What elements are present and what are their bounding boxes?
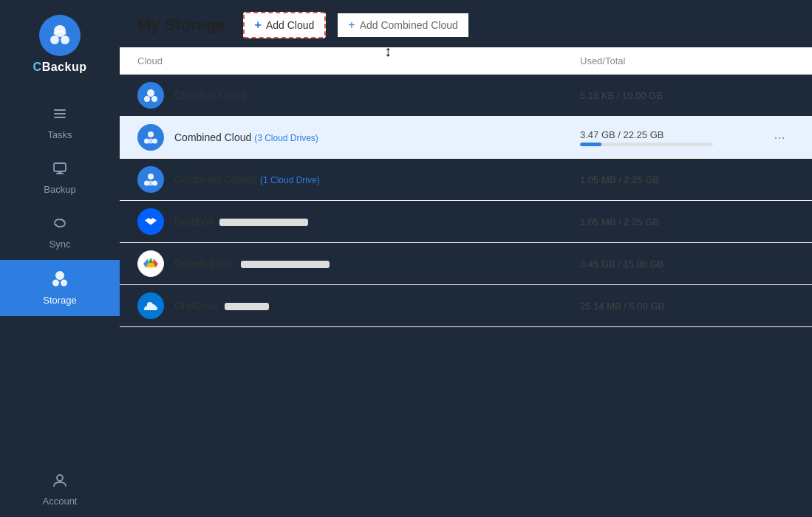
onedrive-icon bbox=[137, 292, 164, 319]
sidebar-item-sync-label: Sync bbox=[50, 239, 71, 250]
usage-text: 3.47 GB / 22.25 GB bbox=[580, 129, 765, 140]
cloud-info: Combined Cloud2 (1 Cloud Drive) bbox=[137, 166, 580, 193]
tasks-icon bbox=[52, 106, 67, 125]
nav-items: Tasks Backup bbox=[0, 96, 120, 517]
more-options-button[interactable]: ··· bbox=[765, 127, 794, 148]
usage-col: 3.47 GB / 22.25 GB bbox=[580, 129, 765, 146]
usage-bar-bg bbox=[580, 143, 713, 146]
cloud-name: Dropbox bbox=[174, 216, 214, 227]
cloud-sub: (3 Cloud Drives) bbox=[254, 133, 318, 143]
svg-point-21 bbox=[149, 139, 154, 144]
page-title: My Storage bbox=[137, 16, 225, 35]
add-cloud-button[interactable]: + Add Cloud bbox=[243, 12, 327, 38]
usage-col: 25.14 MB / 5.00 GB bbox=[580, 301, 765, 312]
usage-text: 3.45 GB / 15.00 GB bbox=[580, 258, 765, 270]
table-row[interactable]: Dropbox 1.05 MB / 2.25 GB bbox=[120, 201, 812, 243]
svg-rect-5 bbox=[54, 117, 66, 118]
sidebar-item-backup[interactable]: Backup bbox=[0, 151, 120, 205]
sidebar-item-sync[interactable]: Sync bbox=[0, 205, 120, 260]
add-cloud-plus-icon: + bbox=[255, 18, 262, 32]
table-row[interactable]: Combined Cloud2 (1 Cloud Drive) 1.05 MB … bbox=[120, 159, 812, 201]
sidebar-item-storage-label: Storage bbox=[43, 295, 77, 306]
cloud-name: Combined Cloud bbox=[174, 131, 254, 143]
sync-icon bbox=[52, 216, 67, 234]
usage-text: 1.05 MB / 2.25 GB bbox=[580, 216, 765, 227]
app-logo-icon bbox=[39, 15, 81, 56]
cloud-name: CBackup Cloud bbox=[174, 89, 246, 101]
sidebar-item-backup-label: Backup bbox=[44, 184, 75, 195]
svg-point-2 bbox=[61, 35, 69, 44]
cbackup-cloud-icon bbox=[137, 82, 164, 109]
sidebar-item-tasks[interactable]: Tasks bbox=[0, 96, 120, 151]
dropbox-icon bbox=[137, 208, 164, 235]
add-combined-label: Add Combined Cloud bbox=[360, 19, 458, 31]
cloud-account-masked bbox=[241, 261, 330, 268]
table-row[interactable]: Google Drive 3.45 GB / 15.00 GB bbox=[120, 243, 812, 285]
storage-table: Cloud Used/Total CBackup Cloud bbox=[120, 48, 812, 517]
svg-point-17 bbox=[151, 96, 157, 102]
svg-point-15 bbox=[147, 89, 154, 97]
cloud-name: OneDrive bbox=[174, 300, 218, 312]
cloud-info: Dropbox bbox=[137, 208, 580, 235]
backup-icon bbox=[52, 161, 67, 179]
cloud-sub: (1 Cloud Drive) bbox=[260, 175, 320, 185]
page-header: My Storage + Add Cloud + Add Combined Cl… bbox=[120, 0, 812, 48]
combined-cloud2-icon bbox=[137, 166, 164, 193]
svg-rect-8 bbox=[58, 171, 61, 173]
usage-text: 5.16 KB / 10.00 GB bbox=[580, 90, 765, 101]
svg-point-12 bbox=[52, 280, 59, 287]
combined-cloud-icon bbox=[137, 124, 164, 151]
usage-col: 1.05 MB / 2.25 GB bbox=[580, 174, 765, 185]
googledrive-icon bbox=[137, 250, 164, 277]
svg-point-13 bbox=[61, 280, 67, 287]
add-cloud-label: Add Cloud bbox=[266, 19, 314, 31]
add-combined-plus-icon: + bbox=[348, 18, 355, 32]
svg-point-11 bbox=[55, 271, 64, 280]
svg-point-14 bbox=[57, 475, 63, 481]
table-row[interactable]: OneDrive 25.14 MB / 5.00 GB bbox=[120, 285, 812, 327]
svg-rect-6 bbox=[54, 163, 66, 171]
cloud-name: Combined Cloud2 bbox=[174, 174, 260, 185]
storage-icon bbox=[52, 270, 68, 290]
table-row[interactable]: Combined Cloud (3 Cloud Drives) 3.47 GB … bbox=[120, 117, 812, 159]
logo-area: CBackup bbox=[33, 15, 87, 74]
cloud-info: OneDrive bbox=[137, 292, 580, 319]
table-header-row: Cloud Used/Total bbox=[120, 48, 812, 75]
usage-text: 25.14 MB / 5.00 GB bbox=[580, 301, 765, 312]
svg-point-1 bbox=[50, 35, 59, 44]
sidebar-item-account[interactable]: Account bbox=[0, 462, 120, 517]
svg-point-18 bbox=[148, 131, 154, 137]
backup-svg bbox=[52, 161, 67, 176]
usage-col: 1.05 MB / 2.25 GB bbox=[580, 216, 765, 227]
cloud-account-masked bbox=[219, 219, 308, 226]
cloud-name: Google Drive bbox=[174, 258, 235, 270]
svg-point-16 bbox=[144, 96, 150, 102]
usage-col: 3.45 GB / 15.00 GB bbox=[580, 258, 765, 270]
cloud-info: CBackup Cloud bbox=[137, 82, 580, 109]
cloud-info: Google Drive bbox=[137, 250, 580, 277]
logo-svg bbox=[48, 24, 72, 47]
add-combined-button[interactable]: + Add Combined Cloud bbox=[338, 13, 468, 37]
app-logo-text: CBackup bbox=[33, 61, 87, 74]
svg-rect-4 bbox=[54, 113, 66, 114]
account-svg bbox=[52, 473, 67, 487]
usage-text: 1.05 MB / 2.25 GB bbox=[580, 174, 765, 185]
usage-bar-fill bbox=[580, 143, 601, 146]
table-row[interactable]: CBackup Cloud 5.16 KB / 10.00 GB bbox=[120, 75, 812, 117]
sidebar-item-account-label: Account bbox=[43, 496, 78, 507]
svg-point-25 bbox=[149, 181, 154, 186]
sync-svg bbox=[52, 216, 67, 230]
svg-rect-7 bbox=[56, 173, 64, 174]
svg-point-22 bbox=[148, 174, 154, 179]
account-icon bbox=[52, 473, 67, 491]
usage-col: 5.16 KB / 10.00 GB bbox=[580, 90, 765, 101]
col-header-cloud: Cloud bbox=[137, 55, 580, 66]
svg-rect-3 bbox=[54, 109, 66, 111]
storage-svg bbox=[52, 270, 68, 287]
cloud-account-masked bbox=[225, 303, 269, 310]
sidebar-item-tasks-label: Tasks bbox=[47, 129, 72, 140]
sidebar-item-storage[interactable]: Storage bbox=[0, 260, 120, 316]
sidebar: CBackup Tasks bbox=[0, 0, 120, 517]
col-header-usage: Used/Total bbox=[580, 55, 765, 66]
tasks-svg bbox=[52, 106, 67, 121]
